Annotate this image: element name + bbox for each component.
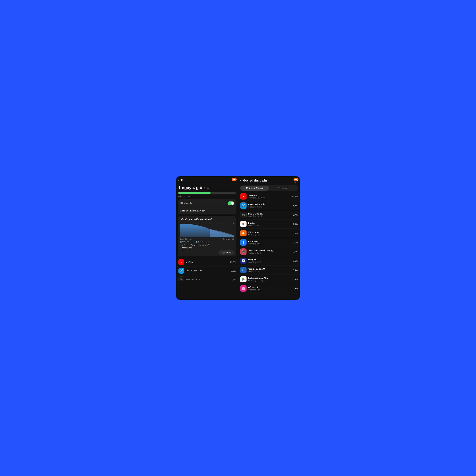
right-app-pct-lmht: 5,3% xyxy=(293,204,298,207)
right-app-pct-photos: 1,0% xyxy=(293,223,298,225)
left-app-list: YouTube 16,2% ⚔️ LMHT: Tốc Chiến 5,3% 🎮 … xyxy=(176,256,238,300)
right-app-info-photos: Photos Hoạt động: 6 phút xyxy=(248,222,291,226)
legend-estimated-dot xyxy=(196,241,197,242)
tabs-row: Từ lần sạc đầy cuối 7 ngày qua xyxy=(240,185,298,191)
right-app-icon-facebook: f xyxy=(240,239,247,246)
full-charge-text: Một lần sạc đầy sẽ dùng được khoảng: xyxy=(180,244,234,246)
bg-limit-row[interactable]: Giới hạn sử dụng dưới nền xyxy=(180,207,234,214)
right-app-info-clock: Đồng hồ Hoạt động: 2 phút xyxy=(248,258,291,263)
right-app-name-oneui: Trang chủ One UI xyxy=(248,268,291,270)
screen-left: ‹ Pin 1 ngày 4 giờ còn lại Hiện còn 56% … xyxy=(176,176,238,300)
app-icon-youtube xyxy=(178,259,184,265)
battery-fill xyxy=(178,192,210,194)
right-app-pct-trim: 0,6% xyxy=(293,251,298,253)
battery-bar xyxy=(178,192,236,194)
screens-container: ‹ Pin 1 ngày 4 giờ còn lại Hiện còn 56% … xyxy=(176,176,300,300)
right-header: ‹ Mức sử dụng pin i xyxy=(238,176,300,184)
power-saver-label: Tiết kiệm pin xyxy=(180,202,192,204)
chart-label-left: 1 ngày 3 giờ trước xyxy=(180,238,192,240)
legend-usage-label: Mức sử dụng pin xyxy=(182,241,194,243)
list-item[interactable]: 🎬 Trình biên tập bản thu gọn Hoạt động: … xyxy=(238,247,300,256)
left-back-button[interactable]: ‹ xyxy=(178,179,179,182)
list-item[interactable]: ⏺ V Recorder Hoạt động: 1 phút 0,8% xyxy=(238,229,300,238)
right-app-icon-gallery: 🌸 xyxy=(240,285,247,292)
right-app-icon-oneui: S xyxy=(240,267,247,273)
right-app-sub-vrecorder: Hoạt động: 1 phút xyxy=(248,234,291,236)
right-back-button[interactable]: ‹ xyxy=(240,179,241,182)
legend-estimated-label: Thời gian ước tính xyxy=(198,241,210,243)
right-app-sub-lmht: Hoạt động: 36 phút xyxy=(248,206,291,208)
legend-estimated: Thời gian ước tính xyxy=(196,241,210,243)
right-app-sub-gallery: Hoạt động: 1 phút xyxy=(248,289,291,291)
app-name-pubg: PUBG MOBILE xyxy=(186,278,229,281)
right-app-info-vrecorder: V Recorder Hoạt động: 1 phút xyxy=(248,231,291,236)
right-app-name-gallery: Bộ sưu tập xyxy=(248,286,291,289)
app-pct-pubg: 2,7% xyxy=(231,278,236,281)
right-app-sub-facebook: Hoạt động: 3 phút xyxy=(248,243,291,245)
right-app-info-pubg: PUBG MOBILE Hoạt động: 18 phút xyxy=(248,213,291,217)
power-saver-toggle[interactable] xyxy=(228,202,234,205)
right-app-pct-gallery: 0,2% xyxy=(293,287,298,290)
list-item[interactable]: S Trang chủ One UI Hoạt động: 2 phút 0,4… xyxy=(238,266,300,275)
right-app-icon-pubg: 🎮 xyxy=(240,212,247,218)
list-item[interactable]: YouTube Hoạt động: 1 giờ 54 phút 16,2% xyxy=(238,192,300,201)
right-app-list: YouTube Hoạt động: 1 giờ 54 phút 16,2% ⚔… xyxy=(238,191,300,300)
right-app-sub-oneui: Hoạt động: 2 phút xyxy=(248,271,291,272)
app-icon-pubg: 🎮 xyxy=(178,276,184,282)
right-app-info-lmht: LMHT: Tốc Chiến Hoạt động: 36 phút xyxy=(248,203,291,208)
chart-label-0: 0% xyxy=(232,236,234,237)
right-app-pct-youtube: 16,2% xyxy=(292,195,298,198)
battery-remaining-time: 1 ngày 4 giờ còn lại xyxy=(178,185,236,190)
battery-chart: 100 0% xyxy=(180,222,234,237)
battery-big-time: 1 ngày 4 giờ xyxy=(178,185,202,190)
right-app-icon-gplay xyxy=(240,276,247,282)
right-app-icon-clock: 🕐 xyxy=(240,258,247,264)
list-item[interactable]: Photos Hoạt động: 6 phút 1,0% xyxy=(238,220,300,229)
list-item[interactable]: YouTube 16,2% xyxy=(176,258,238,266)
usage-title: Mức sử dụng từ lần sạc đầy cuối xyxy=(180,218,234,221)
list-item[interactable]: 🎮 PUBG MOBILE Hoạt động: 18 phút 2,7% xyxy=(238,210,300,220)
right-app-sub-clock: Hoạt động: 2 phút xyxy=(248,261,291,263)
left-page-title: Pin xyxy=(181,179,185,182)
list-item[interactable]: 🌸 Bộ sưu tập Hoạt động: 1 phút 0,2% xyxy=(238,284,300,293)
list-item[interactable]: f Facebook Hoạt động: 3 phút 0,7% xyxy=(238,238,300,247)
right-app-pct-clock: 0,5% xyxy=(293,260,298,262)
list-item[interactable]: ⚔️ LMHT: Tốc Chiến Hoạt động: 36 phút 5,… xyxy=(238,201,300,210)
legend-usage-dot xyxy=(180,241,182,242)
right-app-pct-pubg: 2,7% xyxy=(293,214,298,216)
right-app-name-youtube: YouTube xyxy=(248,194,290,197)
tab-from-last-charge[interactable]: Từ lần sạc đầy cuối xyxy=(240,186,269,191)
right-app-icon-youtube xyxy=(240,193,247,200)
detail-button[interactable]: Xem chi tiết xyxy=(219,250,234,255)
power-saver-row[interactable]: Tiết kiệm pin xyxy=(180,199,234,207)
right-app-pct-gplay: 0,3% xyxy=(293,278,298,280)
right-app-sub-youtube: Hoạt động: 1 giờ 54 phút xyxy=(248,197,290,199)
right-page-title: Mức sử dụng pin xyxy=(242,179,267,182)
usage-section: Mức sử dụng từ lần sạc đầy cuối xyxy=(178,216,236,256)
right-app-icon-vrecorder: ⏺ xyxy=(240,230,247,236)
list-item[interactable]: 🕐 Đồng hồ Hoạt động: 2 phút 0,5% xyxy=(238,256,300,266)
right-app-icon-trim: 🎬 xyxy=(240,248,247,255)
right-app-name-gplay: Dịch vụ Google Play xyxy=(248,277,291,279)
right-app-name-facebook: Facebook xyxy=(248,240,291,242)
app-pct-lmht: 5,3% xyxy=(231,270,236,272)
right-app-info-youtube: YouTube Hoạt động: 1 giờ 54 phút xyxy=(248,194,290,199)
list-item[interactable]: ⚔️ LMHT: Tốc Chiến 5,3% xyxy=(176,266,238,275)
chart-legend: Mức sử dụng pin Thời gian ước tính xyxy=(180,241,234,243)
bg-limit-label: Giới hạn sử dụng dưới nền xyxy=(180,210,205,212)
chart-label-100: 100 xyxy=(232,222,234,224)
app-name-lmht: LMHT: Tốc Chiến xyxy=(186,270,229,272)
right-app-name-pubg: PUBG MOBILE xyxy=(248,213,291,215)
list-item[interactable]: 🎮 PUBG MOBILE 2,7% xyxy=(176,275,238,284)
info-button[interactable]: i xyxy=(294,179,298,183)
right-app-name-trim: Trình biên tập bản thu gọn xyxy=(248,249,291,252)
right-app-name-photos: Photos xyxy=(248,222,291,224)
tab-7-days[interactable]: 7 ngày qua xyxy=(269,186,298,191)
right-app-sub-trim: Hoạt động: 4 phút xyxy=(248,252,291,254)
battery-time-suffix: còn lại xyxy=(203,187,209,189)
right-app-sub-pubg: Hoạt động: 18 phút xyxy=(248,215,291,217)
battery-time-section: 1 ngày 4 giờ còn lại xyxy=(176,184,238,191)
right-app-info-facebook: Facebook Hoạt động: 3 phút xyxy=(248,240,291,245)
list-item[interactable]: Dịch vụ Google Play Hoạt động: Dưới 1 ph… xyxy=(238,275,300,284)
right-app-icon-lmht: ⚔️ xyxy=(240,203,247,209)
